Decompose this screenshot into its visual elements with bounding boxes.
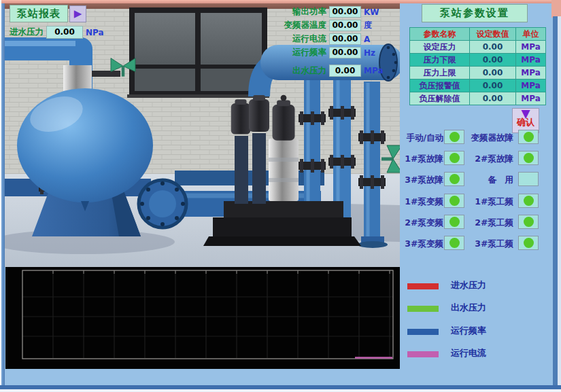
param-value[interactable]: 0.00	[470, 92, 516, 105]
report-button[interactable]: 泵站报表	[10, 5, 68, 22]
status-label-pump2-vfd: 2#泵变频	[405, 217, 443, 229]
metric-value: 00.00	[329, 33, 361, 45]
status-label-pump3-mains: 3#泵工频	[475, 238, 513, 250]
inlet-pressure-unit: NPa	[86, 28, 104, 37]
legend-label-inlet-pressure: 进水压力	[451, 279, 486, 291]
status-dot	[524, 217, 534, 227]
legend-swatch-frequency	[407, 329, 439, 335]
legend-label-frequency: 运行频率	[451, 325, 486, 337]
param-name: 负压报警值	[410, 79, 470, 92]
frame-top	[0, 0, 561, 3]
metric-unit: 度	[364, 20, 372, 31]
status-label-pump2-mains: 2#泵工频	[475, 217, 513, 229]
status-dot	[524, 153, 534, 163]
param-value[interactable]: 0.00	[470, 41, 516, 54]
frame-left	[1, 3, 5, 388]
table-row: 压力下限 0.00 MPa	[410, 54, 546, 67]
param-unit: MPa	[516, 92, 546, 105]
status-indicator-pump2-fault	[518, 151, 539, 165]
status-indicator-pump2-mains	[518, 215, 539, 229]
status-dot	[449, 238, 460, 248]
status-dot	[449, 153, 460, 163]
status-indicator-pump2-vfd	[444, 215, 464, 229]
metric-label: 输出功率	[283, 6, 326, 18]
metric-unit: KW	[364, 7, 379, 17]
col-header-unit: 单位	[516, 28, 546, 41]
metric-value: 00.00	[329, 6, 361, 18]
status-indicator-manual-auto	[444, 130, 464, 144]
table-row: 压力上限 0.00 MPa	[410, 67, 546, 79]
outlet-pressure-label: 出水压力	[283, 65, 326, 77]
report-button-label: 泵站报表	[17, 7, 61, 20]
metric-label: 运行频率	[283, 47, 326, 58]
metric-unit: Hz	[364, 48, 375, 58]
settings-panel-title: 泵站参数设置	[422, 4, 528, 22]
frame-right	[553, 16, 558, 385]
metric-label: 运行电流	[283, 33, 326, 45]
play-icon: ▶	[74, 7, 82, 20]
metric-row: 运行频率 00.00 Hz	[283, 47, 379, 58]
col-header-value: 设定数值	[470, 28, 516, 41]
status-indicator-spare	[518, 172, 539, 186]
param-name: 负压解除值	[410, 92, 470, 105]
table-row: 设定压力 0.00 MPa	[410, 41, 546, 54]
settings-table-header: 参数名称 设定数值 单位	[410, 28, 546, 41]
metric-value: 00.00	[329, 20, 361, 31]
status-dot	[524, 132, 534, 142]
frame-bottom-outer	[0, 389, 561, 392]
param-name: 设定压力	[410, 41, 470, 54]
param-unit: MPa	[516, 54, 546, 67]
metric-value: 00.00	[329, 47, 361, 58]
status-indicator-vfd-fault	[518, 130, 539, 144]
status-label-pump3-vfd: 3#泵变频	[405, 238, 443, 250]
param-value[interactable]: 0.00	[470, 54, 516, 67]
legend-swatch-current	[407, 351, 439, 357]
status-label-pump2-fault: 2#泵故障	[475, 154, 513, 165]
trend-chart-plot	[5, 267, 400, 369]
status-indicator-pump3-vfd	[444, 236, 464, 250]
param-value[interactable]: 0.00	[470, 67, 516, 79]
frame-corner	[551, 0, 561, 18]
window	[127, 7, 269, 98]
hmi-pump-station-screen: 泵站报表 ▶ 进水压力 0.00 NPa 输出功率 00.00 KW 变频器温度…	[0, 0, 561, 392]
table-row: 负压解除值 0.00 MPa	[410, 92, 546, 105]
status-dot	[449, 132, 460, 142]
report-play-button[interactable]: ▶	[69, 5, 86, 22]
status-indicator-pump1-vfd	[444, 194, 464, 208]
legend-label-outlet-pressure: 出水压力	[451, 302, 486, 314]
metric-readouts: 输出功率 00.00 KW 变频器温度 00.00 度 运行电流 00.00 A…	[283, 6, 379, 60]
status-label-pump1-fault: 1#泵故障	[405, 154, 443, 165]
status-dot	[449, 217, 460, 227]
status-indicator-pump1-mains	[518, 194, 539, 208]
status-label-pump3-fault: 3#泵故障	[405, 175, 443, 186]
status-label-spare: 备 用	[488, 175, 514, 186]
settings-table: 参数名称 设定数值 单位 设定压力 0.00 MPa 压力下限 0.00 MPa…	[409, 27, 546, 105]
param-name: 压力上限	[410, 67, 470, 79]
status-indicator-pump3-fault	[444, 172, 464, 186]
table-row: 负压报警值 0.00 MPa	[410, 79, 546, 92]
status-label-manual-auto: 手动/自动	[406, 132, 443, 144]
inlet-pressure-value: 0.00	[46, 26, 83, 39]
status-dot	[449, 174, 460, 184]
metric-row: 运行电流 00.00 A	[283, 33, 379, 45]
status-label-vfd-fault: 变频器故障	[471, 132, 514, 144]
confirm-button-label: 确认	[517, 118, 534, 126]
status-indicator-pump1-fault	[444, 151, 464, 165]
metric-unit: A	[364, 35, 370, 44]
outlet-pressure-unit: MPa	[364, 66, 384, 75]
frame-right-outer	[558, 16, 561, 385]
status-label-pump1-vfd: 1#泵变频	[405, 196, 443, 208]
legend-swatch-outlet-pressure	[407, 306, 439, 312]
outlet-pressure-value: 0.00	[329, 65, 361, 77]
outlet-pressure-row: 出水压力 0.00 MPa	[283, 65, 384, 77]
param-name: 压力下限	[410, 54, 470, 67]
status-label-pump1-mains: 1#泵工频	[475, 196, 513, 208]
trend-chart	[5, 267, 400, 369]
metric-row: 变频器温度 00.00 度	[283, 20, 379, 31]
legend-label-current: 运行电流	[451, 347, 486, 359]
col-header-name: 参数名称	[410, 28, 470, 41]
metric-label: 变频器温度	[283, 20, 326, 31]
param-value[interactable]: 0.00	[470, 79, 516, 92]
status-dot	[524, 196, 534, 206]
status-dot	[449, 196, 460, 206]
